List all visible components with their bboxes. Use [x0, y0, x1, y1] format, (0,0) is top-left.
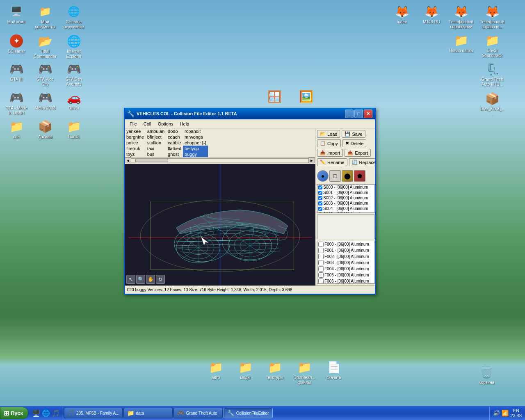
icon-live[interactable]: 📦 Live_7.0.3_...	[477, 90, 507, 119]
surface-item-3[interactable]: S003 - [06|00] Aluminum	[317, 201, 374, 206]
icon-win[interactable]: 🪟	[260, 88, 289, 106]
icon-recycle[interactable]: 🗑️ Корзина	[472, 364, 501, 387]
surface-checkbox-4[interactable]	[318, 207, 322, 211]
icon-ccleaner[interactable]: ✦ CCleaner	[2, 33, 31, 56]
face-item-3[interactable]: F003 - [06|00] Aluminum	[317, 260, 374, 266]
face-item-2[interactable]: F002 - [06|00] Aluminum	[317, 253, 374, 260]
icon-gta-sa[interactable]: 🎮 GTA San Andreas	[59, 61, 89, 89]
face-item-4[interactable]: F004 - [06|00] Aluminum	[317, 266, 374, 272]
vehicle-item[interactable]: rcbandit	[183, 128, 208, 134]
rotate-tool[interactable]: ↻	[156, 275, 165, 284]
vehicle-item[interactable]: flatbed	[166, 146, 183, 151]
icon-gta3[interactable]: 🎮 GTA III	[2, 61, 31, 84]
face-checkbox-0[interactable]	[318, 242, 324, 247]
vehicle-item[interactable]: ghost	[166, 151, 183, 157]
face-checkbox-4[interactable]	[318, 266, 324, 272]
delete-button[interactable]: ✖ Delete	[342, 139, 367, 147]
replace-button[interactable]: 🔄 Replace	[349, 158, 375, 166]
face-checkbox-6[interactable]	[318, 278, 324, 284]
import-button[interactable]: 📥 Import	[317, 149, 343, 157]
vehicle-item[interactable]: cabbie	[166, 140, 183, 146]
vehicle-item[interactable]: ambulan	[146, 128, 166, 134]
vehicle-item[interactable]: bus	[146, 151, 166, 157]
vehicle-item[interactable]: chopper [-]	[183, 140, 208, 146]
icon-ie[interactable]: 🌐 Internet Explorer	[59, 33, 89, 61]
icon-gta3-iu[interactable]: 🗜️ Grand Theft Auto III [U...	[477, 61, 507, 89]
h-scrollbar[interactable]: ◄ ►	[125, 158, 315, 164]
surface-item-2[interactable]: S002 - [06|00] Aluminum	[317, 195, 374, 201]
taskbar-item-editor[interactable]: 🔧 CollisionFileEditor	[224, 408, 273, 418]
face-item-5[interactable]: F005 - [06|00] Aluminum	[317, 272, 374, 278]
taskbar-item-music[interactable]: 🎵 205. MF5B - Family A...	[64, 408, 123, 418]
face-checkbox-3[interactable]	[318, 260, 324, 265]
menu-file[interactable]: File	[126, 121, 140, 127]
vehicle-item[interactable]: stallion	[146, 140, 166, 146]
vehicle-item[interactable]: bfinject	[146, 134, 166, 140]
surface-item-1[interactable]: S001 - [06|00] Aluminum	[317, 190, 374, 195]
taskbar-item-data[interactable]: 📁 data	[123, 408, 173, 418]
icon-new-folder[interactable]: 📁 Новая папка	[446, 32, 476, 55]
face-item-0[interactable]: F000 - [06|00] Aluminum	[317, 241, 374, 247]
vehicle-item[interactable]: toyz	[125, 151, 146, 157]
vehicle-item-buggy[interactable]: buggy	[183, 151, 208, 157]
export-button[interactable]: 📤 Export	[345, 149, 371, 157]
scroll-right-button[interactable]: ►	[308, 158, 315, 163]
system-clock[interactable]: EN 23:48	[510, 408, 522, 418]
vehicle-item[interactable]: coach	[166, 134, 183, 140]
surface-item-4[interactable]: S004 - [06|00] Aluminum	[317, 206, 374, 211]
icon-tel2[interactable]: 🦊 Телефонный справочн...	[477, 3, 507, 32]
face-list[interactable]: F000 - [06|00] Aluminum F001 - [06|00] A…	[317, 241, 375, 284]
icon-gta-ussr[interactable]: 🎮 GTA - Made In USSR	[2, 89, 31, 118]
tray-network-icon[interactable]: 🔊	[493, 410, 500, 416]
icon-driv3r-st[interactable]: 📁 Driv3r Soundtrack	[477, 32, 507, 60]
menu-options[interactable]: Options	[155, 121, 177, 127]
tray-volume-icon[interactable]: 📶	[502, 410, 509, 416]
scrollbar-thumb[interactable]	[135, 159, 168, 162]
vehicle-item[interactable]: police	[125, 140, 146, 146]
surface-checkbox-2[interactable]	[318, 196, 322, 200]
icon-my-computer[interactable]: 🖥️ Мой комп	[2, 3, 31, 27]
icon-download[interactable]: 📄 скачать	[319, 359, 349, 382]
face-checkbox-1[interactable]	[318, 248, 324, 253]
zoom-tool[interactable]: 🔍	[136, 275, 145, 284]
icon-metro[interactable]: 🎮 Metro 2033	[30, 89, 60, 113]
vehicle-item[interactable]: firetruk	[125, 146, 146, 151]
pan-tool[interactable]: ✋	[146, 275, 155, 284]
select-tool[interactable]: ↖	[126, 275, 135, 284]
minimize-button[interactable]: _	[345, 110, 354, 118]
menu-coll[interactable]: Coll	[140, 121, 155, 127]
face-item-6[interactable]: F006 - [06|00] Aluminum	[317, 278, 374, 284]
vehicle-item[interactable]: dodo	[166, 128, 183, 134]
load-button[interactable]: 📂 Load	[317, 130, 340, 138]
icon-cpn[interactable]: 📁 спн	[2, 118, 31, 142]
icon-index[interactable]: 🦊 index	[387, 3, 417, 27]
cylinder-button[interactable]: ⬤	[342, 170, 353, 182]
mesh-button[interactable]: ⬟	[354, 170, 365, 182]
save-button[interactable]: 💾 Save	[342, 130, 365, 138]
face-checkbox-2[interactable]	[318, 254, 324, 259]
face-item-1[interactable]: F001 - [06|00] Aluminum	[317, 247, 374, 253]
sphere-button[interactable]: ●	[317, 170, 329, 182]
surface-item-5[interactable]: S005 - [06|00] Aluminum	[317, 211, 374, 213]
start-button[interactable]: ⊞ Пуск	[0, 407, 28, 419]
scrollbar-track[interactable]	[131, 158, 308, 162]
surface-list[interactable]: S000 - [06|00] Aluminum S001 - [06|00] A…	[317, 184, 375, 213]
surface-checkbox-0[interactable]	[318, 185, 322, 189]
icon-my-documents[interactable]: 📁 Мои документы	[30, 3, 60, 32]
icon-gta-vc[interactable]: 🎮 GTA Vice City	[30, 61, 60, 89]
box-button[interactable]: □	[329, 170, 341, 182]
taskbar-item-gta[interactable]: 🎮 Grand Theft Auto	[173, 408, 223, 418]
vehicle-item[interactable]: mrwongs	[183, 134, 208, 140]
icon-network[interactable]: 🌐 Сетевое окружение	[59, 3, 89, 32]
vehicle-item[interactable]: yankee	[125, 128, 146, 134]
ql-media[interactable]: 🎵	[51, 409, 60, 418]
face-checkbox-5[interactable]	[318, 272, 324, 278]
icon-tel1[interactable]: 🦊 Телефонный справочник	[446, 3, 476, 32]
surface-checkbox-5[interactable]	[318, 212, 322, 213]
viewport-3d[interactable]: ↖ 🔍 ✋ ↻	[125, 164, 315, 285]
copy-button[interactable]: 📋 Copy	[317, 139, 341, 147]
surface-item-0[interactable]: S000 - [06|00] Aluminum	[317, 185, 374, 190]
vehicle-item-selected[interactable]: bellyup	[183, 146, 208, 151]
close-button[interactable]: ✕	[364, 110, 372, 118]
maximize-button[interactable]: □	[354, 110, 363, 118]
